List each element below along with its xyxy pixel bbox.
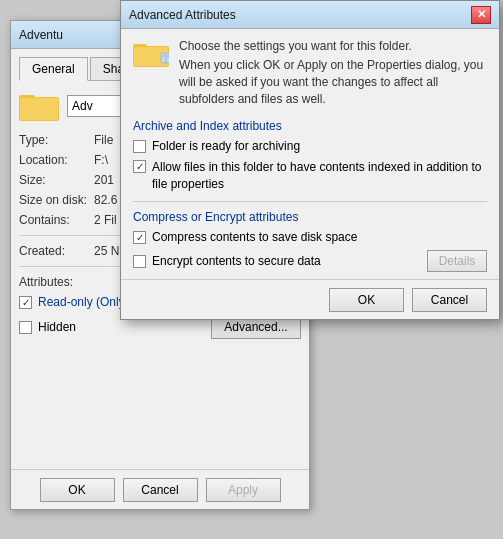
advanced-ok-button[interactable]: OK [329,288,404,312]
size-on-disk-label: Size on disk: [19,193,94,207]
archive-checkbox[interactable] [133,140,146,153]
close-button[interactable]: ✕ [471,6,491,24]
index-label: Allow files in this folder to have conte… [152,159,487,193]
compress-section-label: Compress or Encrypt attributes [133,210,487,224]
index-checkbox[interactable] [133,160,146,173]
advanced-header-area: Choose the settings you want for this fo… [133,39,487,107]
attributes-label: Attributes: [19,275,94,289]
size-label: Size: [19,173,94,187]
compress-checkbox[interactable] [133,231,146,244]
archive-checkbox-row: Folder is ready for archiving [133,139,487,153]
advanced-desc-line1: Choose the settings you want for this fo… [179,39,487,53]
properties-apply-button[interactable]: Apply [206,478,281,502]
tab-general[interactable]: General [19,57,88,81]
svg-rect-2 [20,98,58,120]
contains-label: Contains: [19,213,94,227]
advanced-desc-line2: When you click OK or Apply on the Proper… [179,57,487,107]
type-label: Type: [19,133,94,147]
encrypt-label: Encrypt contents to secure data [152,254,321,268]
hidden-checkbox[interactable] [19,321,32,334]
index-checkbox-row: Allow files in this folder to have conte… [133,159,487,193]
properties-ok-button[interactable]: OK [40,478,115,502]
advanced-titlebar: Advanced Attributes ✕ [121,1,499,29]
properties-cancel-button[interactable]: Cancel [123,478,198,502]
encrypt-checkbox[interactable] [133,255,146,268]
properties-footer: OK Cancel Apply [11,469,309,509]
archive-section-label: Archive and Index attributes [133,119,487,133]
advanced-attributes-dialog: Advanced Attributes ✕ Choose the setting… [120,0,500,320]
details-button[interactable]: Details [427,250,487,272]
encrypt-left: Encrypt contents to secure data [133,254,321,268]
location-label: Location: [19,153,94,167]
svg-rect-6 [161,53,169,63]
hidden-label: Hidden [38,320,76,334]
archive-label: Folder is ready for archiving [152,139,300,153]
advanced-divider [133,201,487,202]
readonly-checkbox[interactable] [19,296,32,309]
advanced-footer: OK Cancel [121,279,499,319]
advanced-description: Choose the settings you want for this fo… [179,39,487,107]
advanced-body: Choose the settings you want for this fo… [121,29,499,282]
folder-icon [19,89,59,123]
advanced-cancel-button[interactable]: Cancel [412,288,487,312]
compress-checkbox-row: Compress contents to save disk space [133,230,487,244]
advanced-folder-icon [133,39,169,69]
advanced-title: Advanced Attributes [129,8,236,22]
created-label: Created: [19,244,94,258]
encrypt-row: Encrypt contents to secure data Details [133,250,487,272]
compress-label: Compress contents to save disk space [152,230,357,244]
